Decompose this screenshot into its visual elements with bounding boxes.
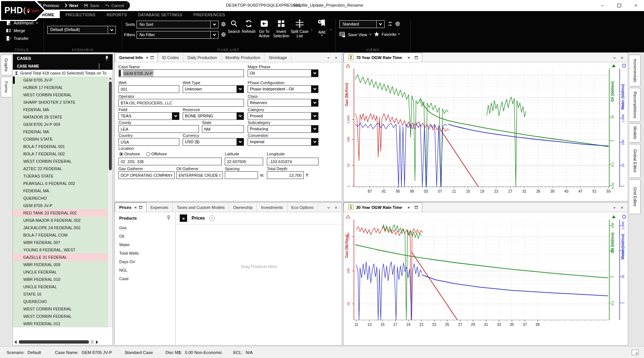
product-item-total-wells[interactable]: Total Wells <box>119 251 174 259</box>
case-row[interactable]: WEST CORBIN FEDERAL <box>13 91 109 99</box>
favorite-button[interactable]: ★ Favorite <box>373 31 400 38</box>
case-name-field[interactable]: GEM 8705 JV-P <box>118 69 244 77</box>
tab-daily-production[interactable]: Daily Production <box>183 53 221 62</box>
refresh-button[interactable]: Refresh <box>241 19 256 34</box>
gas-gatherer-input[interactable] <box>118 171 175 179</box>
operator-input[interactable] <box>118 99 244 107</box>
filters-dropdown[interactable]: No Filter <box>137 31 218 39</box>
tab-expenses[interactable]: Expenses <box>147 203 173 212</box>
scroll-left-icon[interactable] <box>14 340 17 344</box>
well-type-dropdown[interactable]: Unknown <box>183 85 244 93</box>
cancel-button[interactable]: Cancel <box>105 3 124 8</box>
tab-shrinkage[interactable]: Shrinkage <box>265 53 292 62</box>
close-tab-icon[interactable]: × <box>407 55 410 60</box>
case-row[interactable]: WBR FEDERAL 010 <box>13 276 109 283</box>
tab-ownership[interactable]: Ownership <box>229 203 257 212</box>
panel-close-icon[interactable]: × <box>621 205 623 210</box>
sync-view-icon[interactable] <box>388 21 393 27</box>
product-item-ngl[interactable]: NGL <box>119 268 174 276</box>
case-row[interactable]: BOLA 7 FEDERAL 002 <box>13 150 109 158</box>
views-gear-icon[interactable] <box>395 21 400 27</box>
case-row[interactable]: YOUNG 8 FEDERAL, WEST <box>13 246 109 254</box>
field-dropdown[interactable]: TEAS <box>118 112 179 120</box>
category-dropdown[interactable]: Proved <box>248 112 318 120</box>
layout-status-icon[interactable] <box>631 350 639 355</box>
cases-horizontal-scrollbar[interactable] <box>14 339 111 345</box>
chart-30-year-ogw[interactable]: 1113151719212325272931333537391,00010010… <box>344 212 628 345</box>
scroll-left-icon[interactable]: ‹ <box>311 26 313 32</box>
tab-investments[interactable]: Investments <box>257 203 287 212</box>
float-tab-icon[interactable] <box>151 56 154 59</box>
pin-icon[interactable] <box>166 216 171 220</box>
cases-summary-row[interactable]: Σ Grand Total 418 cases (0 Selected) Tot… <box>15 70 107 76</box>
total-depth-input[interactable] <box>267 171 304 179</box>
remove-section-icon[interactable]: × <box>209 216 215 221</box>
case-row[interactable]: UNCLE FEDERAL <box>13 283 109 290</box>
filters-gear-icon[interactable] <box>221 32 226 37</box>
currency-dropdown[interactable]: USD ($) <box>183 138 244 146</box>
panel-close-icon[interactable]: × <box>335 205 337 210</box>
case-row[interactable]: GEM 8705 JV-P <box>13 202 109 209</box>
product-item-oil[interactable]: Oil <box>119 234 174 242</box>
save-view-button[interactable]: Save View <box>340 32 371 37</box>
tab-taxes-custom-models[interactable]: Taxes and Custom Models <box>173 203 229 212</box>
save-button[interactable]: Save <box>84 3 99 8</box>
case-row[interactable]: FEDERAL MA <box>13 187 109 195</box>
case-row[interactable]: HUBER 17 FEDERAL <box>13 84 109 91</box>
chart-70-year-ogw[interactable]: 8791959903071115192327313539434751551,00… <box>344 62 628 201</box>
case-row[interactable]: UNCLE FEDERAL <box>13 268 109 276</box>
case-row[interactable]: BOLA 7 FEDERAL 001 <box>13 143 109 150</box>
latitude-input[interactable] <box>225 158 263 165</box>
case-row[interactable]: SHARP SHOOTER 2 STATE <box>13 99 109 106</box>
scroll-up-icon[interactable] <box>109 78 112 79</box>
panel-menu-icon[interactable] <box>613 56 616 59</box>
location-input[interactable] <box>118 158 222 165</box>
sorts-gear-icon[interactable] <box>221 21 226 27</box>
go-to-active-button[interactable]: Go To Active <box>256 19 272 38</box>
product-item-days-on[interactable]: Days On <box>119 259 174 268</box>
next-button[interactable]: Next <box>65 3 78 8</box>
tab-monthly-production[interactable]: Monthly Production <box>221 53 265 62</box>
major-phase-dropdown[interactable]: Oil <box>248 69 318 77</box>
reservoir-dropdown[interactable]: BONE SPRING <box>183 112 244 120</box>
class-dropdown[interactable]: Reserves <box>248 99 318 107</box>
case-row[interactable]: WEST CORBIN FEDERAL <box>13 313 109 320</box>
product-item-gas[interactable]: Gas <box>119 226 174 234</box>
minimize-button[interactable]: – <box>594 0 611 11</box>
well-input[interactable] <box>118 85 179 93</box>
maximize-button[interactable] <box>611 0 627 11</box>
country-input[interactable] <box>118 138 179 146</box>
tab-eco-options[interactable]: Eco Options <box>287 203 318 212</box>
add-import-button[interactable]: Add/Import <box>6 20 38 25</box>
float-tab-icon[interactable] <box>139 206 142 209</box>
product-item-water[interactable]: Water <box>119 242 174 251</box>
tab-reports[interactable]: REPORTS <box>101 11 132 18</box>
sorts-dropdown[interactable]: No Sort <box>137 21 218 28</box>
tab-30-year-ogw-rate-time[interactable]: 1 30 Year OGW Rate Time × <box>344 203 422 212</box>
tab-70-year-ogw-rate-time[interactable]: 2 70 Year OGW Rate Time × <box>344 53 422 62</box>
tab-forms[interactable]: Forms <box>1 77 11 97</box>
customize-quick-access-button[interactable] <box>126 3 128 11</box>
case-row[interactable]: AZTEC 22 FEDERAL <box>13 165 109 172</box>
panel-close-icon[interactable]: × <box>335 55 337 61</box>
panel-menu-icon[interactable] <box>613 206 616 209</box>
convention-dropdown[interactable]: Imperial <box>248 138 318 146</box>
case-row[interactable]: FEDERAL MA <box>13 106 109 113</box>
invert-selection-button[interactable]: Invert Selection <box>272 19 290 38</box>
case-name-column-header[interactable]: CASE NAME <box>13 62 113 70</box>
case-row[interactable]: QUERECHO <box>13 195 109 202</box>
transfer-button[interactable]: Transfer <box>6 36 29 41</box>
case-row[interactable]: GEM 8705 JV-P 009 <box>13 121 109 128</box>
case-row[interactable]: WBR FEDERAL 009 <box>13 261 109 268</box>
scenario-dropdown[interactable]: Default (Default) <box>47 26 116 34</box>
close-button[interactable]: × <box>627 0 644 11</box>
oil-gatherer-input[interactable] <box>176 171 223 179</box>
tab-prices[interactable]: Prices × <box>115 203 147 212</box>
case-row[interactable]: FEDERAL MA <box>13 128 109 135</box>
tab-recompletions[interactable]: Recompletions <box>630 88 641 122</box>
search-button[interactable]: Search <box>227 19 241 34</box>
float-tab-icon[interactable] <box>415 206 418 209</box>
case-row[interactable]: QUERECHO <box>13 298 109 305</box>
case-row[interactable]: TIJERAS STATE <box>13 172 109 180</box>
panel-menu-icon[interactable] <box>327 206 330 209</box>
